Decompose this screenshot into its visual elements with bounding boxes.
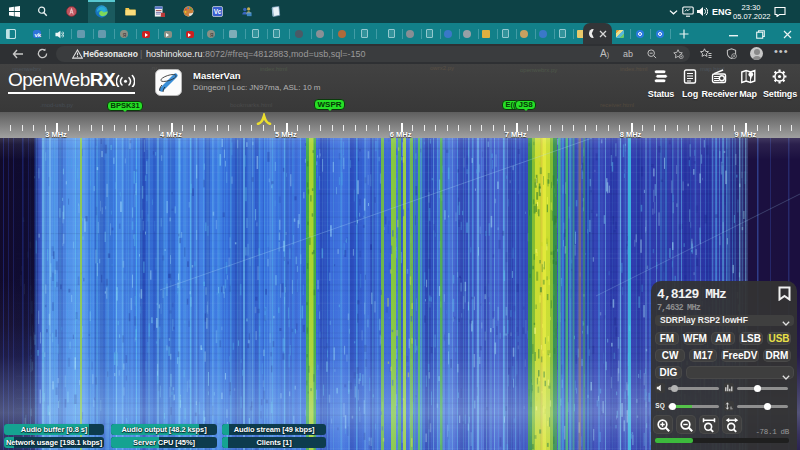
svg-text:Vc: Vc	[214, 8, 222, 15]
